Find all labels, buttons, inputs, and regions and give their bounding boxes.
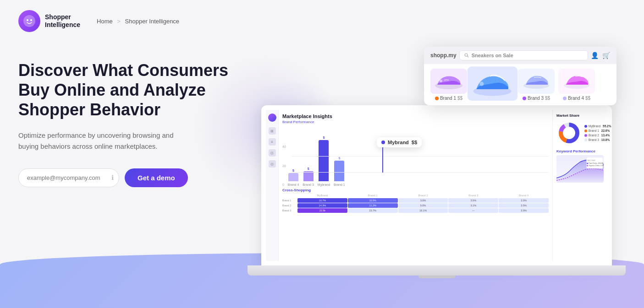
keyword-performance-title: Keyword Performance (556, 149, 604, 153)
heatmap-rows: Brand 1 16.7% 10.5% 3.0% 3.5% 3.5% Brand… (282, 198, 549, 213)
brand4-label: Brand 4 $$ (563, 96, 590, 101)
legend-brand1: Brand 1 22.6% (584, 129, 611, 132)
brand4-dot (563, 97, 567, 100)
bars-area: $ Brand 4 $ Brand 3 (288, 145, 345, 186)
shopp-search-bar[interactable]: Sneakers on Sale (459, 50, 588, 60)
header: Shopper Intelligence Home > Shopper Inte… (0, 0, 644, 42)
svg-text:Organic Clicks: 2.9K: Organic Clicks: 2.9K (589, 164, 604, 167)
bar-brand3: $ Brand 3 (303, 167, 314, 186)
cart-icon: 🛒 (602, 52, 610, 59)
shopp-search-placeholder: Sneakers on Sale (472, 53, 513, 58)
keyword-chart: DEC 2020 Paid Clicks: 204.8K Organic Cli… (556, 155, 604, 183)
market-share-title: Market Share (556, 113, 604, 118)
legend-dot-brand1 (584, 130, 587, 132)
legend-dot-brand3 (584, 139, 587, 141)
dashboard: ⊞ ≡ ⊡ ◎ Marketplace Insights Brand Perfo… (266, 110, 607, 261)
cross-heatmap-header: MyBrand Brand 1 Brand 2 Brand 3 Brand 4 (282, 194, 549, 197)
svg-text:DEC 2020: DEC 2020 (587, 159, 595, 162)
email-input[interactable] (18, 168, 119, 187)
sidebar-chart-icon: ≡ (269, 138, 276, 146)
svg-point-19 (479, 82, 484, 86)
sidebar-home-icon: ⊞ (269, 127, 276, 135)
brand-performance-label: Brand Performance (282, 120, 549, 124)
hero-title: Discover What Consumers Buy Online and A… (18, 60, 238, 120)
bar-brand4: $ Brand 4 (288, 169, 299, 186)
svg-point-14 (465, 54, 468, 56)
shoe-brand4-svg (561, 71, 593, 92)
search-icon (464, 53, 469, 58)
keyword-line-chart: DEC 2020 Paid Clicks: 204.8K Organic Cli… (556, 155, 604, 183)
shoe-brand4-img (558, 69, 595, 94)
left-panel: Discover What Consumers Buy Online and A… (18, 47, 238, 187)
shopp-actions: 👤 🛒 (591, 52, 610, 59)
shopp-titlebar: shopp.my Sneakers on Sale 👤 🛒 (424, 47, 616, 64)
dash-right-column: Market Share (552, 110, 607, 261)
cross-shopping-section: Cross-Shopping MyBrand Brand 1 Brand 2 B… (282, 188, 549, 213)
svg-point-2 (30, 19, 32, 21)
legend-brand2: Brand 2 13.4% (584, 134, 611, 137)
mybrand-tooltip: Mybrand $$ (377, 137, 422, 173)
shoe-mybrand-img (468, 66, 517, 101)
brand3-label: Brand 3 $$ (523, 96, 550, 101)
legend-mybrand: MyBrand 55.2% (584, 124, 611, 128)
mybrand-popup-label: Mybrand (388, 140, 409, 145)
hero-subtitle: Optimize performance by uncovering brows… (18, 130, 193, 152)
shoe-brand3-img (518, 69, 555, 94)
svg-point-7 (564, 128, 575, 139)
mybrand-popup-price: $$ (412, 140, 417, 145)
dash-sidebar: ⊞ ≡ ⊡ ◎ (266, 110, 279, 261)
donut-chart (556, 120, 582, 146)
bar-mybrand: $ Mybrand (318, 136, 330, 186)
svg-point-12 (587, 165, 588, 167)
main-content: Discover What Consumers Buy Online and A… (0, 42, 644, 303)
sidebar-person-icon: ◎ (269, 160, 276, 168)
shopp-site-name: shopp.my (430, 52, 457, 59)
laptop-mockup: ⊞ ≡ ⊡ ◎ Marketplace Insights Brand Perfo… (248, 105, 626, 276)
svg-point-1 (27, 19, 28, 21)
logo-text: Shopper Intelligence (45, 13, 80, 29)
product-brand4: Brand 4 $$ (558, 69, 595, 101)
shoe-brand1-svg (433, 71, 465, 92)
product-brand3: Brand 3 $$ (518, 69, 555, 101)
laptop-base (248, 265, 626, 276)
bar-mybrand-rect (319, 140, 329, 181)
bar-brand3-rect (303, 171, 314, 181)
dashboard-title: Marketplace Insights (282, 113, 549, 119)
brand1-dot (435, 97, 439, 100)
shoe-brand3-svg (520, 71, 552, 92)
donut-chart-container: MyBrand 55.2% Brand 1 22.6% (556, 120, 604, 146)
mybrand-popup-content: Mybrand $$ (377, 137, 422, 147)
brand1-label: Brand 1 $$ (435, 96, 462, 101)
info-icon: ℹ (111, 174, 114, 181)
bar-brand4-rect (288, 173, 298, 181)
svg-line-15 (467, 56, 468, 58)
y-axis: 40 20 0 (282, 145, 286, 186)
get-demo-button[interactable]: Get a demo (125, 168, 188, 187)
dash-main-area: Marketplace Insights Brand Performance 4… (279, 110, 552, 261)
sidebar-settings-icon: ⊡ (269, 149, 276, 157)
mybrand-connector-line (382, 147, 383, 173)
shoe-brand1-img (430, 69, 467, 94)
svg-point-10 (587, 163, 588, 164)
shoe-mybrand-svg (470, 69, 515, 98)
breadcrumb: Home > Shopper Intelligence (97, 18, 179, 25)
brand3-dot (523, 97, 526, 100)
user-icon: 👤 (591, 52, 599, 59)
shopp-window: shopp.my Sneakers on Sale 👤 🛒 (424, 47, 616, 105)
legend-dot-mybrand (584, 125, 587, 128)
logo: Shopper Intelligence (18, 10, 80, 32)
product-brand1: Brand 1 $$ (430, 69, 467, 101)
mybrand-popup-dot (381, 140, 385, 144)
legend-brand3: Brand 3 10.8% (584, 138, 611, 141)
shopp-products: Brand 1 $$ (424, 64, 616, 105)
cta-form: ℹ Get a demo (18, 168, 238, 187)
market-share-legend: MyBrand 55.2% Brand 1 22.6% (584, 124, 611, 141)
svg-point-17 (440, 80, 442, 82)
legend-dot-brand2 (584, 134, 587, 137)
dash-logo (268, 113, 276, 122)
svg-point-0 (23, 15, 35, 27)
bar-brand1: $ Brand 1 (334, 157, 345, 186)
product-mybrand (468, 66, 517, 101)
email-input-wrapper: ℹ (18, 168, 119, 187)
right-panel: ⊞ ≡ ⊡ ◎ Marketplace Insights Brand Perfo… (248, 47, 626, 303)
